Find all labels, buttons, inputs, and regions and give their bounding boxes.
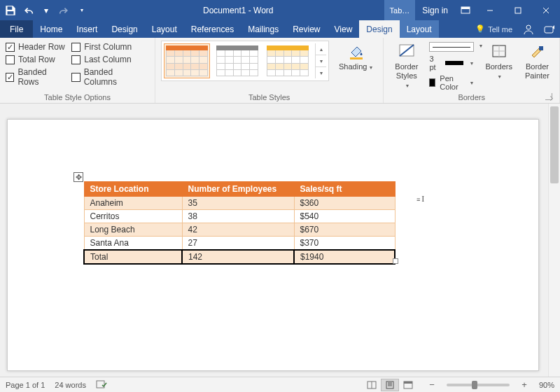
table-tools-label: Tab… [384, 0, 416, 20]
svg-rect-15 [404, 382, 412, 384]
shading-button[interactable]: Shading▼ [335, 41, 377, 71]
account-icon[interactable] [518, 20, 539, 38]
svg-rect-10 [539, 46, 543, 50]
shading-label: Shading [339, 62, 367, 71]
page-indicator[interactable]: Page 1 of 1 [6, 381, 45, 389]
col-header-sales[interactable]: Sales/sq ft [294, 182, 395, 197]
zoom-slider[interactable] [447, 384, 510, 386]
table-row: Long Beach42$670 [84, 223, 395, 237]
table-row: Santa Ana27$370 [84, 237, 395, 251]
tab-mailings[interactable]: Mailings [241, 20, 286, 38]
border-styles-label: Border Styles [395, 62, 418, 80]
line-weight-label: 3 pt [429, 55, 441, 71]
svg-rect-11 [97, 381, 104, 388]
share-icon[interactable] [539, 20, 560, 38]
undo-icon[interactable] [24, 4, 36, 17]
line-style-selector[interactable]: ▼ [429, 42, 474, 52]
title-bar: ▾ ▾ Document1 - Word Tab… Sign in [0, 0, 560, 20]
tab-review[interactable]: Review [286, 20, 327, 38]
borders-dialog-launcher[interactable] [545, 93, 552, 100]
svg-rect-4 [515, 8, 521, 13]
view-web-layout[interactable] [399, 379, 417, 391]
table-styles-gallery[interactable]: ▴▾▾ [161, 41, 329, 81]
tab-view[interactable]: View [328, 20, 360, 38]
spellcheck-icon[interactable] [96, 379, 107, 391]
tab-table-design[interactable]: Design [359, 20, 399, 38]
chk-banded-rows-label: Banded Rows [18, 67, 67, 87]
view-print-layout[interactable] [381, 379, 399, 391]
ribbon-tabs: File Home Insert Design Layout Reference… [0, 20, 560, 38]
table-row: Anaheim35$360 [84, 197, 395, 210]
chk-banded-columns-label: Banded Columns [84, 67, 145, 87]
view-read-mode[interactable] [363, 379, 381, 391]
tab-references[interactable]: References [184, 20, 241, 38]
tab-home[interactable]: Home [33, 20, 69, 38]
group-table-style-options: Header Row Total Row Banded Rows First C… [0, 38, 155, 103]
svg-rect-6 [545, 27, 553, 33]
undo-dropdown-icon[interactable]: ▾ [43, 4, 49, 17]
col-header-location[interactable]: Store Location [84, 182, 182, 197]
border-painter-label: Border Painter [525, 62, 550, 80]
document-workspace: ✥ Store Location Number of Employees Sal… [0, 104, 560, 377]
chk-last-column-label: Last Column [84, 55, 131, 64]
style-thumb-2[interactable] [214, 43, 260, 78]
borders-button[interactable]: Borders▼ [481, 41, 517, 80]
chk-banded-rows[interactable]: Banded Rows [6, 67, 67, 87]
redo-icon[interactable] [56, 4, 69, 17]
border-painter-button[interactable]: Border Painter [521, 41, 554, 80]
tab-design[interactable]: Design [104, 20, 144, 38]
maximize-button[interactable] [504, 0, 532, 20]
svg-rect-7 [350, 57, 363, 59]
table-move-handle[interactable]: ✥ [74, 172, 83, 182]
border-styles-icon [397, 42, 416, 60]
document-page[interactable]: ✥ Store Location Number of Employees Sal… [7, 119, 539, 371]
lightbulb-icon: 💡 [475, 24, 485, 34]
zoom-in-button[interactable]: + [519, 379, 529, 390]
col-header-employees[interactable]: Number of Employees [182, 182, 294, 197]
chk-header-row[interactable]: Header Row [6, 42, 67, 52]
ribbon: Header Row Total Row Banded Rows First C… [0, 38, 560, 104]
chk-first-column-label: First Column [84, 42, 132, 52]
svg-rect-1 [8, 11, 14, 15]
sign-in-link[interactable]: Sign in [415, 6, 455, 15]
gallery-more-button[interactable]: ▴▾▾ [315, 43, 326, 78]
zoom-level[interactable]: 90% [539, 381, 554, 389]
border-styles-button[interactable]: Border Styles▼ [389, 41, 424, 90]
svg-rect-3 [461, 7, 470, 9]
table-row: Cerritos38$540 [84, 210, 395, 223]
pen-color-label: Pen Color [440, 74, 463, 91]
zoom-slider-knob[interactable] [472, 381, 477, 389]
group-table-styles: ▴▾▾ Shading▼ Table Styles [155, 38, 384, 103]
tab-insert[interactable]: Insert [69, 20, 104, 38]
border-painter-icon [527, 42, 547, 60]
borders-icon [489, 42, 509, 60]
pen-color-selector[interactable]: Pen Color▼ [429, 74, 474, 91]
word-count[interactable]: 24 words [55, 381, 86, 389]
group-label-style-options: Table Style Options [6, 92, 149, 102]
ribbon-display-options-icon[interactable] [455, 6, 476, 15]
zoom-out-button[interactable]: − [427, 379, 437, 390]
line-weight-selector[interactable]: 3 pt▼ [429, 55, 474, 71]
close-button[interactable] [532, 0, 560, 20]
table-resize-handle[interactable] [393, 258, 398, 264]
tab-table-layout[interactable]: Layout [400, 20, 439, 38]
scrollbar-thumb[interactable] [550, 106, 559, 183]
minimize-button[interactable] [476, 0, 504, 20]
chk-first-column[interactable]: First Column [71, 42, 145, 52]
style-thumb-1[interactable] [164, 43, 210, 78]
tell-me-label: Tell me [488, 25, 512, 34]
vertical-scrollbar[interactable] [548, 104, 560, 377]
style-thumb-3[interactable] [265, 43, 311, 78]
tab-file[interactable]: File [0, 20, 33, 38]
document-table[interactable]: Store Location Number of Employees Sales… [83, 181, 396, 265]
qat-customize-icon[interactable]: ▾ [76, 4, 88, 17]
tab-layout[interactable]: Layout [145, 20, 184, 38]
group-label-borders: Borders [389, 92, 554, 102]
svg-rect-0 [8, 6, 13, 10]
tell-me-search[interactable]: 💡 Tell me [470, 20, 518, 38]
chk-banded-columns[interactable]: Banded Columns [71, 67, 145, 87]
save-icon[interactable] [4, 4, 17, 17]
chk-last-column[interactable]: Last Column [71, 55, 145, 64]
group-borders: Border Styles▼ ▼ 3 pt▼ Pen Color▼ Border… [384, 38, 560, 103]
chk-total-row[interactable]: Total Row [6, 55, 67, 64]
